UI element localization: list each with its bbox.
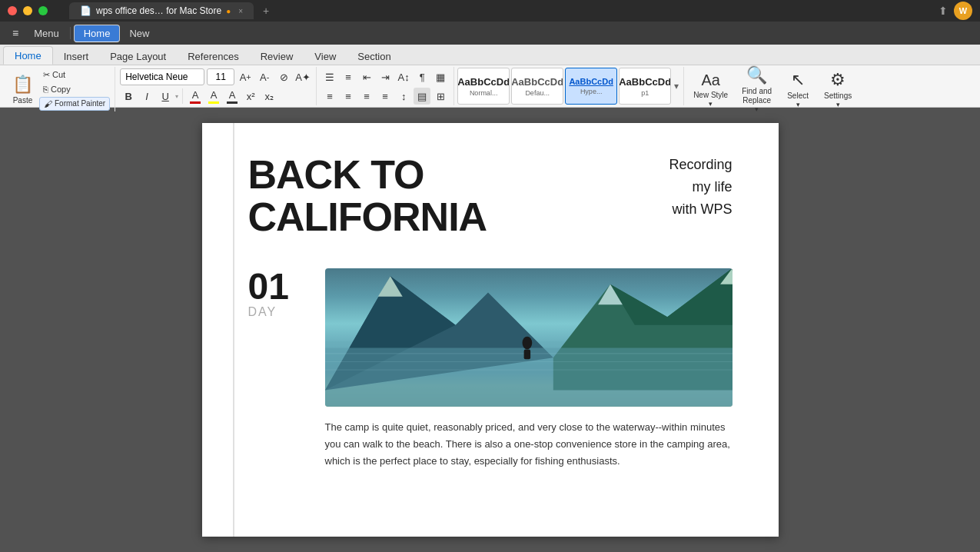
clear-format-button[interactable]: ⊘: [275, 68, 292, 85]
toolbar-tabs: Home Insert Page Layout References Revie…: [0, 45, 980, 65]
style-normal-preview: AaBbCcDd: [457, 76, 510, 88]
doc-paragraph: The camp is quite quiet, reasonably pric…: [325, 419, 733, 470]
new-style-icon: Aa: [701, 71, 719, 89]
font-size-grow-button[interactable]: A+: [237, 68, 254, 85]
tab-view[interactable]: View: [304, 48, 347, 65]
landscape-svg: [325, 268, 733, 407]
doc-subtitle: Recordingmy lifewith WPS: [669, 154, 732, 220]
find-replace-label: Find andReplace: [742, 87, 772, 105]
style-hyperlink-preview: AaBbCcDd: [569, 77, 613, 86]
day-number-area: 01 DAY: [248, 268, 302, 319]
find-replace-dropdown: ▾: [755, 105, 759, 113]
shading-button[interactable]: ▤: [414, 88, 430, 105]
font-size-shrink-button[interactable]: A-: [256, 68, 273, 85]
tab-review[interactable]: Review: [250, 48, 304, 65]
indent-decrease-button[interactable]: ⇤: [358, 68, 375, 85]
paragraph-border-button[interactable]: ▦: [432, 68, 449, 85]
sort-button[interactable]: A↕: [395, 68, 412, 85]
document-area: BACK TOCALIFORNIA Recordingmy lifewith W…: [0, 108, 980, 552]
landscape-image: [325, 268, 733, 407]
tab-dot: ●: [226, 7, 231, 15]
tab-home[interactable]: Home: [3, 46, 53, 65]
settings-button[interactable]: ⚙ Settings ▾: [818, 67, 858, 111]
align-right-button[interactable]: ≡: [358, 88, 375, 105]
doc-header: BACK TOCALIFORNIA Recordingmy lifewith W…: [248, 154, 733, 238]
day-number: 01: [248, 268, 289, 305]
style-p1-preview: AaBbCcDd: [619, 76, 671, 88]
styles-group: AaBbCcDd Normal... AaBbCcDd Defau... AaB…: [454, 67, 684, 105]
highlight-color-button[interactable]: A: [205, 88, 222, 105]
style-hyperlink[interactable]: AaBbCcDd Hype...: [565, 68, 617, 105]
tab-close-icon[interactable]: ×: [238, 7, 243, 15]
line-spacing-button[interactable]: ↕: [395, 88, 412, 105]
superscript-button[interactable]: x²: [242, 88, 259, 105]
styles-dropdown-icon[interactable]: ▾: [673, 79, 680, 93]
find-replace-icon: 🔍: [746, 65, 767, 85]
doc-title: BACK TOCALIFORNIA: [248, 154, 487, 238]
menu-bar: ≡ Menu Home New: [0, 22, 980, 45]
font-color-indicator: A: [190, 89, 201, 104]
underline-button[interactable]: U: [157, 88, 174, 105]
menu-item-menu[interactable]: Menu: [26, 25, 67, 42]
cut-button[interactable]: ✂ Cut: [39, 68, 110, 81]
text-color-indicator: A: [227, 89, 238, 104]
paste-icon: 📋: [12, 75, 33, 95]
style-p1-label: p1: [641, 89, 649, 97]
font-name-input[interactable]: [120, 68, 204, 85]
font-color-button[interactable]: A: [187, 88, 204, 105]
border-button[interactable]: ⊞: [432, 88, 449, 105]
tab-bar: 📄 wps office des… for Mac Store ● × +: [69, 2, 274, 19]
bullets-button[interactable]: ☰: [321, 68, 338, 85]
day-section: 01 DAY: [248, 268, 733, 470]
indent-increase-button[interactable]: ⇥: [377, 68, 394, 85]
highlight-indicator: A: [208, 89, 219, 104]
font-size-input[interactable]: [207, 68, 234, 85]
text-effects-button[interactable]: A✦: [294, 68, 311, 85]
tab-insert[interactable]: Insert: [53, 48, 100, 65]
format-painter-button[interactable]: 🖌 Format Painter: [39, 97, 110, 111]
subscript-button[interactable]: x₂: [261, 88, 277, 105]
select-button[interactable]: ↖ Select ▾: [779, 67, 816, 111]
maximize-button[interactable]: [38, 6, 48, 15]
find-replace-button[interactable]: 🔍 Find andReplace ▾: [736, 62, 778, 116]
tab-references[interactable]: References: [177, 48, 249, 65]
show-paragraph-button[interactable]: ¶: [414, 68, 430, 85]
svg-rect-13: [523, 350, 530, 360]
align-left-button[interactable]: ≡: [321, 88, 338, 105]
paste-label: Paste: [13, 96, 33, 105]
style-hyperlink-label: Hype...: [580, 88, 603, 95]
new-style-button[interactable]: Aa New Style ▾: [687, 68, 734, 111]
style-default[interactable]: AaBbCcDd Defau...: [511, 68, 563, 105]
copy-button[interactable]: ⎘ Copy: [39, 83, 110, 95]
align-center-button[interactable]: ≡: [340, 88, 357, 105]
format-painter-icon: 🖌: [44, 99, 52, 108]
new-style-label: New Style: [693, 91, 728, 100]
day-label: DAY: [248, 305, 277, 319]
share-icon[interactable]: ⬆: [938, 5, 948, 17]
style-normal[interactable]: AaBbCcDd Normal...: [457, 68, 510, 105]
minimize-button[interactable]: [23, 6, 32, 15]
menu-hamburger-icon[interactable]: ≡: [6, 24, 25, 42]
text-color-button[interactable]: A: [224, 88, 241, 105]
select-icon: ↖: [791, 70, 805, 90]
tab-page-layout[interactable]: Page Layout: [99, 48, 177, 65]
paste-button[interactable]: 📋 Paste: [8, 71, 38, 108]
bold-button[interactable]: B: [120, 88, 137, 105]
settings-dropdown: ▾: [836, 101, 840, 108]
select-dropdown: ▾: [796, 101, 800, 108]
new-tab-button[interactable]: +: [258, 3, 274, 18]
settings-label: Settings: [824, 91, 852, 101]
close-button[interactable]: [8, 6, 17, 15]
title-bar: 📄 wps office des… for Mac Store ● × + ⬆ …: [0, 0, 980, 22]
menu-home[interactable]: Home: [74, 25, 121, 42]
style-p1[interactable]: AaBbCcDd p1: [619, 68, 671, 105]
copy-icon: ⎘: [43, 85, 48, 94]
menu-new[interactable]: New: [121, 25, 157, 42]
align-justify-button[interactable]: ≡: [377, 88, 394, 105]
select-label: Select: [787, 91, 809, 101]
active-tab[interactable]: 📄 wps office des… for Mac Store ● ×: [69, 2, 254, 19]
left-border-line: [233, 123, 234, 537]
numbering-button[interactable]: ≡: [340, 68, 357, 85]
tab-section[interactable]: Section: [347, 48, 401, 65]
italic-button[interactable]: I: [138, 88, 155, 105]
